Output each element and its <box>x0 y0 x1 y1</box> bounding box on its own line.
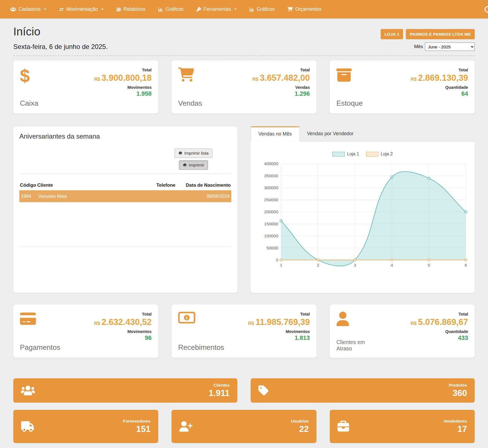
tab-vendas-no-mes[interactable]: Vendas no Mês <box>251 126 300 142</box>
total-label: Total <box>252 67 310 72</box>
nav-item-label: Relatórios <box>124 6 146 12</box>
svg-text:5: 5 <box>428 263 430 267</box>
stat-card-title: Clientes em Atraso <box>336 339 369 352</box>
banner-value: 1.911 <box>209 388 230 398</box>
users-icon <box>10 7 16 12</box>
nav-item-label: Orçamentos <box>295 6 321 12</box>
month-select[interactable]: June - 2025 <box>425 43 475 51</box>
cell-codigo: 1994 <box>19 190 37 202</box>
nav-item-graficos-1[interactable]: Gráficos <box>152 0 190 19</box>
company-button[interactable]: PANNOS E PANNOS LTDA ME <box>406 29 475 39</box>
nav-item-label: Gráficos <box>257 6 275 12</box>
truck-icon <box>21 421 34 432</box>
print-button[interactable]: Imprimir <box>179 160 208 170</box>
banner-label: Produtos <box>449 383 467 387</box>
chart-tabbar: Vendas no Mês Vendas por Vendedor <box>251 126 475 142</box>
cell-telefone <box>146 190 176 202</box>
total-label: Total <box>94 312 152 316</box>
nav-item-movimentacao[interactable]: Movimentação <box>53 0 110 19</box>
stat-card-caixa: $ Caixa Total R$3.900.800,18 Movimentos … <box>13 60 158 114</box>
stat-card-recebimentos: 1 Recebimentos Total R$11.985.769,39 Mov… <box>172 304 316 358</box>
svg-text:200000: 200000 <box>264 209 278 214</box>
divider <box>19 246 231 246</box>
total-value: R$2.869.130,39 <box>411 73 468 83</box>
tab-vendas-por-vendedor[interactable]: Vendas por Vendedor <box>300 126 361 142</box>
cell-cliente: Vanuska Maia <box>37 190 146 202</box>
exchange-icon <box>59 7 64 12</box>
divider <box>13 55 475 56</box>
total-value: R$3.657.482,00 <box>252 73 310 83</box>
legend-swatch <box>333 152 345 157</box>
caret-down-icon <box>234 9 237 10</box>
svg-text:1: 1 <box>280 263 282 267</box>
column-header-cliente: Cliente <box>37 180 146 190</box>
column-header-telefone: Telefone <box>146 180 176 190</box>
stat-card-pagamentos: Pagamentos Total R$2.632.430,52 Moviment… <box>13 304 158 358</box>
total-label: Total <box>248 312 310 316</box>
newspaper-icon <box>116 7 121 12</box>
total-value: R$5.076.869,67 <box>411 317 468 327</box>
svg-text:150000: 150000 <box>264 222 278 226</box>
caret-down-icon <box>101 9 103 10</box>
count-label: Vendas <box>252 85 310 90</box>
main-content: Início LOJA 1 PANNOS E PANNOS LTDA ME Se… <box>0 25 488 443</box>
cart-icon <box>287 7 293 12</box>
archive-box-icon <box>336 67 363 83</box>
nav-item-cadastros[interactable]: Cadastros <box>4 0 53 19</box>
count-value: 1.958 <box>94 90 152 97</box>
stat-card-estoque: Estoque Total R$2.869.130,39 Quantidade … <box>330 60 475 114</box>
legend-item-loja-2[interactable]: Loja 2 <box>366 152 393 157</box>
nav-item-label: Cadastros <box>19 6 41 12</box>
banner-label: Vendedores <box>443 419 467 423</box>
divider <box>19 173 231 174</box>
banner-produtos[interactable]: Produtos 360 <box>251 378 475 403</box>
total-label: Total <box>411 67 468 72</box>
count-label: Quantidade <box>411 329 468 334</box>
chart-body: Loja 1Loja 2 123456050000100000150000200… <box>251 142 475 293</box>
tag-icon <box>258 385 269 396</box>
birthdays-table: Código Cliente Telefone Data de Nascimen… <box>19 180 231 202</box>
nav-item-graficos-2[interactable]: Gráficos <box>243 0 281 19</box>
legend-item-loja-1[interactable]: Loja 1 <box>333 152 359 157</box>
count-label: Movimentos <box>248 329 310 334</box>
svg-text:50000: 50000 <box>266 246 278 250</box>
count-value: 96 <box>94 334 152 342</box>
stat-card-title: Vendas <box>178 99 202 108</box>
chart-legend: Loja 1Loja 2 <box>256 152 470 157</box>
nav-item-relatorios[interactable]: Relatórios <box>110 0 152 19</box>
banner-value: 22 <box>291 424 309 434</box>
bar-chart-icon <box>158 7 163 12</box>
nav-item-ferramentas[interactable]: Ferramentas <box>190 0 243 19</box>
svg-text:1: 1 <box>186 315 188 320</box>
nav-item-label: Ferramentas <box>204 6 231 12</box>
svg-text:350000: 350000 <box>264 173 278 178</box>
user-plus-icon <box>179 421 193 432</box>
money-bill-icon: 1 <box>178 312 224 324</box>
column-header-codigo: Código <box>19 180 37 190</box>
banner-fornecedores[interactable]: Fornecedores 151 <box>13 410 158 443</box>
svg-text:3: 3 <box>354 263 356 267</box>
birthday-row[interactable]: 1994 Vanuska Maia 06/06/2024 <box>19 190 231 202</box>
nav-item-label: Movimentação <box>66 6 98 12</box>
count-value: 1.813 <box>248 334 310 342</box>
banner-value: 360 <box>449 388 467 398</box>
stat-card-title: Estoque <box>336 99 363 108</box>
stat-card-clientes-atraso: Clientes em Atraso Total R$5.076.869,67 … <box>330 304 475 358</box>
wrench-icon <box>196 7 201 12</box>
print-list-button[interactable]: Imprimir lista <box>175 149 212 158</box>
store-button[interactable]: LOJA 1 <box>381 29 403 39</box>
refresh-icon[interactable] <box>484 6 488 13</box>
briefcase-icon <box>338 421 349 432</box>
svg-text:2: 2 <box>317 263 319 267</box>
count-value: 433 <box>411 334 468 342</box>
banner-vendedores[interactable]: Vendedores 17 <box>330 410 475 443</box>
users-icon <box>21 385 35 396</box>
printer-icon <box>178 151 182 155</box>
svg-text:250000: 250000 <box>264 197 278 202</box>
count-value: 64 <box>411 90 468 97</box>
nav-item-orcamentos[interactable]: Orçamentos <box>281 0 328 19</box>
caret-down-icon <box>44 9 46 10</box>
banner-usuarios[interactable]: Usuários 22 <box>172 410 316 443</box>
banner-clientes[interactable]: Clientes 1.911 <box>13 378 237 403</box>
date-text: Sexta-feira, 6 de junho de 2025. <box>13 43 108 51</box>
